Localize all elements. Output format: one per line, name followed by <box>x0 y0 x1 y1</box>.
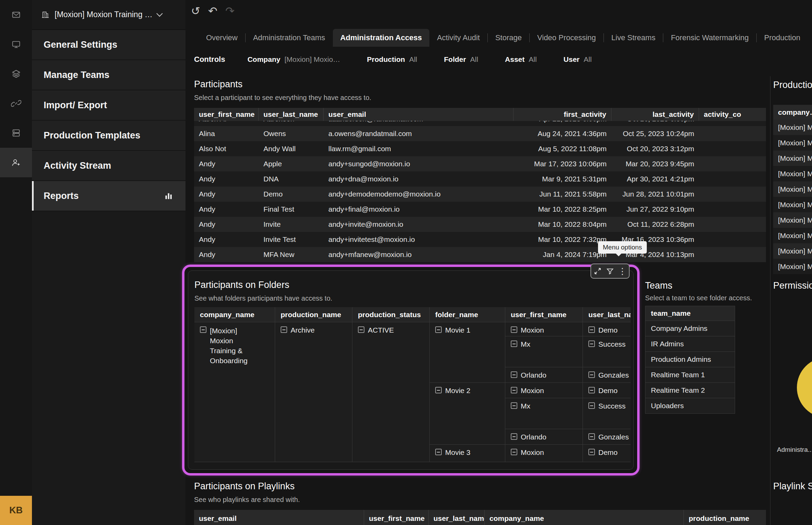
filter-asset[interactable]: Asset All <box>505 55 537 64</box>
cell-company[interactable]: [Moxion] Moxion Training & Onboarding <box>194 322 275 462</box>
indeterminate-checkbox[interactable] <box>588 371 595 378</box>
cell-user-last[interactable]: Gonzales <box>583 429 631 445</box>
cell-status[interactable]: ACTIVE <box>352 322 429 462</box>
column-header[interactable]: user_last_name <box>429 510 485 525</box>
column-header[interactable]: production_name <box>275 307 352 322</box>
indeterminate-checkbox[interactable] <box>588 449 595 455</box>
column-header[interactable]: user_first_name <box>194 108 259 121</box>
tab-administration-teams[interactable]: Administration Teams <box>246 29 333 47</box>
cell-user-last[interactable]: Demo <box>583 383 631 398</box>
table-row[interactable]: [Moxion] Moxion <box>773 243 812 259</box>
sidebar-item-manage-teams[interactable]: Manage Teams <box>32 60 185 90</box>
indeterminate-checkbox[interactable] <box>435 387 442 393</box>
tab-video-processing[interactable]: Video Processing <box>530 29 604 47</box>
cell-user-last[interactable]: Success <box>583 398 631 429</box>
indeterminate-checkbox[interactable] <box>511 387 517 393</box>
cell-user-last[interactable]: Success <box>583 336 631 367</box>
cell-user-last[interactable]: Gonzales <box>583 367 631 383</box>
column-header[interactable]: production_status <box>352 307 430 322</box>
table-row[interactable]: Andy Invite andy+invite@moxion.io Mar 10… <box>194 217 766 232</box>
column-header[interactable]: production_name <box>684 510 766 525</box>
cell-folder[interactable]: Movie 3 <box>430 445 505 462</box>
table-row[interactable]: Andy Demo andy+demodemodemo@moxion.io Ju… <box>194 187 766 202</box>
table-row[interactable]: [Moxion] Moxion <box>773 181 812 197</box>
column-header[interactable]: team_name <box>645 306 735 321</box>
table-row[interactable]: IR Admins <box>645 336 735 352</box>
column-header[interactable]: company_name <box>194 307 275 322</box>
indeterminate-checkbox[interactable] <box>200 326 206 333</box>
sidebar-item-production-templates[interactable]: Production Templates <box>32 121 185 151</box>
table-row[interactable]: Andy Apple andy+sungod@moxion.io Mar 17,… <box>194 156 766 171</box>
column-header[interactable]: user_first_name <box>364 510 429 525</box>
cell-user-first[interactable]: Orlando <box>505 429 583 445</box>
table-row[interactable]: [Moxion] Moxion <box>773 150 812 166</box>
cell-folder[interactable]: Movie 1 <box>430 322 505 383</box>
indeterminate-checkbox[interactable] <box>435 449 442 455</box>
refresh-undo-icon[interactable]: ↺ <box>191 5 200 16</box>
column-header[interactable]: user_last_name <box>583 307 631 322</box>
table-row[interactable]: Company Admins <box>645 321 735 336</box>
table-row[interactable]: Production Admins <box>645 352 735 367</box>
table-row[interactable]: [Moxion] Moxion <box>773 197 812 212</box>
cell-user-first[interactable]: Moxion <box>505 322 583 336</box>
display-icon[interactable] <box>0 30 32 59</box>
column-header[interactable]: user_email <box>194 510 364 525</box>
column-header[interactable]: user_first_name <box>505 307 583 322</box>
indeterminate-checkbox[interactable] <box>588 340 595 347</box>
mail-icon[interactable] <box>0 0 32 30</box>
cell-user-first[interactable]: Mx <box>505 398 583 429</box>
cell-user-first[interactable]: Mx <box>505 336 583 367</box>
column-header[interactable]: company_name <box>773 105 812 120</box>
table-row[interactable]: Realtime Team 2 <box>645 383 735 398</box>
sidebar-item-import-export[interactable]: Import/ Export <box>32 90 185 121</box>
sidebar-item-activity-stream[interactable]: Activity Stream <box>32 151 185 181</box>
tab-administration-access[interactable]: Administration Access <box>333 29 430 47</box>
indeterminate-checkbox[interactable] <box>511 371 517 378</box>
filter-company[interactable]: Company [Moxion] Moxio… <box>247 55 340 64</box>
indeterminate-checkbox[interactable] <box>511 433 517 440</box>
table-row[interactable]: Also Not Andy Wall llaw.rm@gmail.com Aug… <box>194 141 766 156</box>
tab-activity-audit[interactable]: Activity Audit <box>429 29 487 47</box>
table-row[interactable]: Andy MFA New andy+mfanew@moxion.io Jan 4… <box>194 247 766 262</box>
link-icon[interactable] <box>0 89 32 118</box>
table-row[interactable]: Uploaders <box>645 398 735 414</box>
indeterminate-checkbox[interactable] <box>588 433 595 440</box>
cell-user-first[interactable]: Moxion <box>505 445 583 462</box>
column-header[interactable]: activity_co <box>699 108 766 121</box>
server-icon[interactable] <box>0 118 32 148</box>
cell-user-first[interactable]: Orlando <box>505 367 583 383</box>
filter-production[interactable]: Production All <box>367 55 417 64</box>
column-header[interactable]: first_activity <box>514 108 611 121</box>
column-header[interactable]: user_email <box>324 108 514 121</box>
table-row[interactable]: [Moxion] Moxion <box>773 212 812 228</box>
table-row-partial[interactable]: Aaron A. Aaronson aaanderson@randatmail.… <box>194 121 766 126</box>
indeterminate-checkbox[interactable] <box>281 326 287 333</box>
column-header[interactable]: last_activity <box>611 108 699 121</box>
tab-forensic-watermarking[interactable]: Forensic Watermarking <box>663 29 756 47</box>
tab-live-streams[interactable]: Live Streams <box>604 29 663 47</box>
undo-icon[interactable]: ↶ <box>208 5 217 16</box>
column-header[interactable]: folder_name <box>430 307 505 322</box>
indeterminate-checkbox[interactable] <box>511 402 517 409</box>
table-row[interactable]: [Moxion] Moxion <box>773 259 812 274</box>
indeterminate-checkbox[interactable] <box>511 449 517 455</box>
table-row[interactable]: Alina Owens a.owens@randatmail.com Aug 2… <box>194 126 766 141</box>
indeterminate-checkbox[interactable] <box>358 326 364 333</box>
sidebar-item-reports[interactable]: Reports <box>32 181 185 211</box>
cell-user-last[interactable]: Demo <box>583 322 631 336</box>
cell-user-last[interactable]: Demo <box>583 445 631 462</box>
column-header[interactable]: user_last_name <box>259 108 324 121</box>
table-row[interactable]: Realtime Team 1 <box>645 367 735 383</box>
indeterminate-checkbox[interactable] <box>511 340 517 347</box>
layers-icon[interactable] <box>0 59 32 89</box>
filter-user[interactable]: User All <box>564 55 592 64</box>
table-row[interactable]: [Moxion] Moxion <box>773 166 812 181</box>
table-row[interactable]: Andy DNA andy+dna@moxion.io Mar 9, 2021 … <box>194 171 766 187</box>
table-row[interactable]: [Moxion] Moxion <box>773 228 812 243</box>
tab-storage[interactable]: Storage <box>488 29 529 47</box>
tab-overview[interactable]: Overview <box>199 29 245 47</box>
cell-folder[interactable]: Movie 2 <box>430 383 505 445</box>
table-row[interactable]: Andy Final Test andy+final@moxion.io Mar… <box>194 202 766 217</box>
kebab-menu-icon[interactable]: ⋮ <box>618 267 627 276</box>
table-row[interactable]: Andy Invite Test andy+invitetest@moxion.… <box>194 232 766 247</box>
